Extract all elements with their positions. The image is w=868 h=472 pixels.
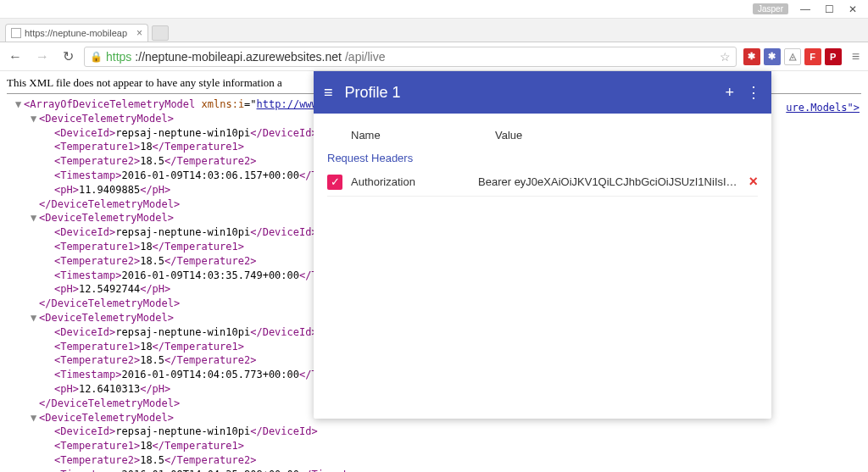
extension-icon[interactable]: ◬ [784,48,801,65]
extension-icon-modheader[interactable]: ✱ [764,48,781,65]
new-tab-button[interactable] [152,25,169,41]
user-badge: Jasper [753,3,788,14]
reload-button[interactable]: ↻ [59,48,77,64]
col-name: Name [351,129,495,142]
checkbox-icon[interactable]: ✓ [327,175,342,190]
close-tab-button[interactable]: × [136,27,142,39]
panel-body: Name Value Request Headers ✓ Authorizati… [314,114,771,207]
url-protocol: https [106,50,131,64]
url-host: ://neptune-mobileapi.azurewebsites.net [135,50,342,64]
more-icon[interactable]: ⋮ [746,83,761,102]
tab-strip: https://neptune-mobileap × [0,19,868,42]
panel-title: Profile 1 [345,84,401,102]
close-window-button[interactable]: ✕ [841,2,865,17]
tab-title: https://neptune-mobileap [25,28,127,38]
toolbar: ← → ↻ 🔒 https://neptune-mobileapi.azurew… [0,42,868,71]
panel-header: ≡ Profile 1 + ⋮ [314,71,771,114]
extension-icon[interactable]: F [804,48,821,65]
section-request-headers[interactable]: Request Headers [327,147,758,168]
extension-icon[interactable]: ✱ [743,48,760,65]
add-icon[interactable]: + [725,84,734,102]
bookmark-icon[interactable]: ☆ [720,50,731,64]
forward-button[interactable]: → [32,49,53,64]
column-headers: Name Value [327,124,758,147]
maximize-button[interactable]: ☐ [817,2,841,17]
browser-tab[interactable]: https://neptune-mobileap × [5,24,148,42]
header-row: ✓ Authorization Bearer eyJ0eXAiOiJKV1QiL… [327,168,758,197]
xml-schema-fragment: ure.Models"> [786,102,860,114]
header-name-input[interactable]: Authorization [351,175,470,188]
col-value: Value [495,129,522,142]
menu-icon[interactable]: ≡ [324,84,333,102]
menu-button[interactable]: ≡ [849,49,863,64]
lock-icon: 🔒 [90,51,103,63]
back-button[interactable]: ← [5,49,25,64]
extension-icon-pinterest[interactable]: P [825,48,842,65]
header-value-input[interactable]: Bearer eyJ0eXAiOiJKV1QiLCJhbGciOiJSUzI1N… [478,175,740,188]
page-icon [11,28,21,38]
minimize-button[interactable]: — [793,2,817,17]
extensions: ✱ ✱ ◬ F P [743,48,842,65]
modheader-panel: ≡ Profile 1 + ⋮ Name Value Request Heade… [314,71,771,419]
delete-row-button[interactable]: × [748,173,758,191]
window-titlebar: Jasper — ☐ ✕ [0,0,868,19]
url-path: /api/live [345,50,385,64]
address-bar[interactable]: 🔒 https://neptune-mobileapi.azurewebsite… [84,47,737,67]
